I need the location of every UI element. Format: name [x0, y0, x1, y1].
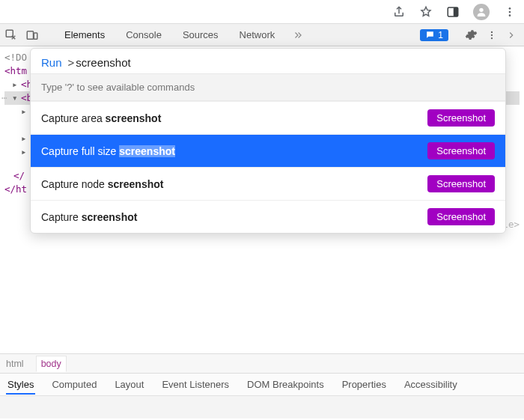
device-toggle-icon[interactable] — [25, 28, 39, 42]
svg-rect-8 — [34, 33, 37, 39]
tab-dom-breakpoints[interactable]: DOM Breakpoints — [246, 374, 326, 395]
settings-gear-icon[interactable] — [462, 25, 481, 44]
more-tabs-icon[interactable] — [287, 27, 309, 43]
svg-rect-7 — [27, 31, 33, 39]
run-label: Run — [41, 56, 62, 69]
command-hint: Type '?' to see available commands — [31, 73, 505, 101]
tab-layout[interactable]: Layout — [113, 374, 145, 395]
styles-content — [0, 395, 524, 419]
command-item[interactable]: Capture screenshot Screenshot — [31, 200, 505, 233]
category-badge: Screenshot — [427, 109, 495, 127]
tab-event-listeners[interactable]: Event Listeners — [160, 374, 231, 395]
issues-badge[interactable]: 1 — [420, 29, 448, 41]
devtools-menu-icon[interactable] — [484, 27, 500, 43]
tab-elements[interactable]: Elements — [55, 25, 114, 45]
side-panel-icon[interactable] — [446, 5, 460, 19]
issues-count: 1 — [438, 30, 443, 40]
svg-rect-1 — [454, 7, 458, 16]
elements-panel: <!DO <htm ▸<h ⋯▾<b ▸ ▸ ▸ </ </ht le> Run… — [0, 46, 524, 353]
inspect-icon[interactable] — [4, 28, 18, 42]
command-menu: Run >screenshot Type '?' to see availabl… — [30, 48, 506, 234]
styles-tabbar: Styles Computed Layout Event Listeners D… — [0, 373, 524, 395]
svg-point-10 — [491, 34, 493, 35]
devtools-tabbar: Elements Console Sources Network 1 — [0, 24, 524, 46]
svg-point-5 — [509, 14, 511, 16]
svg-point-2 — [479, 7, 483, 11]
command-prefix: > — [68, 56, 75, 69]
dom-html-close: </ht — [4, 183, 27, 196]
command-items: Capture area screenshot Screenshot Captu… — [31, 101, 505, 233]
breadcrumb: html body — [0, 353, 524, 373]
svg-point-4 — [509, 10, 511, 13]
dom-doctype: <!DO — [4, 51, 27, 64]
dom-body-close: </ — [13, 169, 25, 183]
share-icon[interactable] — [392, 5, 406, 19]
svg-point-11 — [491, 37, 493, 38]
tab-console[interactable]: Console — [117, 25, 171, 45]
tab-properties[interactable]: Properties — [341, 374, 388, 395]
browser-menu-icon[interactable] — [503, 5, 517, 19]
profile-avatar-icon[interactable] — [473, 4, 490, 20]
command-input[interactable]: >screenshot — [68, 56, 495, 69]
bookmark-star-icon[interactable] — [419, 5, 433, 19]
tab-network[interactable]: Network — [231, 25, 284, 45]
svg-point-9 — [491, 31, 493, 32]
command-query: screenshot — [76, 56, 130, 69]
tab-accessibility[interactable]: Accessibility — [403, 374, 459, 395]
browser-toolbar — [0, 0, 524, 24]
category-badge: Screenshot — [427, 208, 495, 225]
svg-point-3 — [509, 7, 511, 10]
category-badge: Screenshot — [427, 175, 495, 192]
tab-sources[interactable]: Sources — [174, 25, 228, 45]
category-badge: Screenshot — [427, 142, 495, 159]
dom-html-open: <htm — [4, 64, 27, 78]
tab-computed[interactable]: Computed — [50, 374, 98, 395]
command-item[interactable]: Capture full size screenshot Screenshot — [31, 134, 505, 167]
tab-styles[interactable]: Styles — [6, 374, 35, 395]
chevron-right-icon[interactable] — [503, 27, 520, 43]
command-item[interactable]: Capture area screenshot Screenshot — [31, 101, 505, 134]
breadcrumb-body[interactable]: body — [36, 356, 67, 372]
breadcrumb-html[interactable]: html — [6, 359, 24, 369]
command-item[interactable]: Capture node screenshot Screenshot — [31, 167, 505, 200]
